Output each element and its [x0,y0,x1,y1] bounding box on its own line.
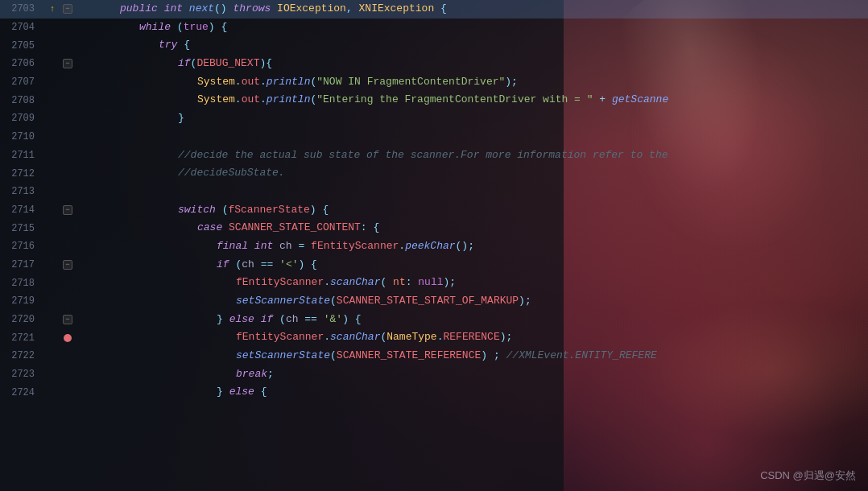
line-number: 2720 [0,314,44,325]
line-number: 2709 [0,113,44,124]
code-content: while (true) { [75,19,868,37]
fold-icon[interactable]: − [63,260,72,270]
code-content: case SCANNER_STATE_CONTENT: { [75,219,868,237]
line-number: 2714 [0,204,44,216]
code-line-2718: 2718 fEntityScanner.scanChar( nt: null); [0,274,868,292]
line-number: 2716 [0,241,44,252]
code-content: System.out.println("Entering the Fragmen… [75,91,868,109]
code-line-2716: 2716 final int ch = fEntityScanner.peekC… [0,237,868,256]
code-content: fEntityScanner.scanChar(NameType.REFEREN… [75,328,868,347]
line-number: 2715 [0,223,44,234]
code-content: } else { [75,383,868,402]
fold-column[interactable]: − [60,4,75,14]
line-number: 2712 [0,168,44,179]
code-content: switch (fScannerState) { [75,201,868,220]
code-line-2704: 2704 while (true) { [0,19,868,37]
code-line-2715: 2715 case SCANNER_STATE_CONTENT: { [0,219,868,237]
code-content: if (ch == '<') { [75,256,868,274]
line-number: 2721 [0,332,44,344]
fold-column [60,334,75,342]
line-number: 2719 [0,295,44,307]
line-number: 2717 [0,259,44,270]
code-line-2706: 2706 − if(DEBUG_NEXT){ [0,55,868,73]
code-line-2711: 2711 //decide the actual sub state of th… [0,146,868,165]
code-content: fEntityScanner.scanChar( nt: null); [75,274,868,292]
code-line-2714: 2714 − switch (fScannerState) { [0,201,868,220]
code-content: final int ch = fEntityScanner.peekChar()… [75,237,868,256]
code-line-2703: 2703 ↑ − public int next() throws IOExce… [0,0,868,19]
arrow-up-icon: ↑ [50,4,56,14]
line-number: 2704 [0,22,44,33]
code-line-2719: 2719 setScannerState(SCANNER_STATE_START… [0,292,868,311]
code-content [75,183,868,201]
fold-column[interactable]: − [60,205,75,215]
line-number: 2724 [0,387,44,398]
line-number: 2707 [0,76,44,88]
code-content: setScannerState(SCANNER_STATE_REFERENCE)… [75,347,868,365]
code-editor: 2703 ↑ − public int next() throws IOExce… [0,0,868,491]
code-line-2707: 2707 System.out.println("NOW IN Fragment… [0,73,868,92]
line-number: 2710 [0,131,44,142]
code-line-2723: 2723 break; [0,365,868,384]
line-number: 2722 [0,350,44,361]
line-number: 2708 [0,95,44,106]
code-container: 2703 ↑ − public int next() throws IOExce… [0,0,868,491]
code-line-2721: 2721 fEntityScanner.scanChar(NameType.RE… [0,328,868,347]
line-number: 2713 [0,186,44,197]
fold-icon[interactable]: − [63,4,72,14]
line-number: 2723 [0,369,44,380]
code-content [75,128,868,146]
fold-icon[interactable]: − [63,315,72,324]
code-line-2708: 2708 System.out.println("Entering the Fr… [0,91,868,109]
code-line-2717: 2717 − if (ch == '<') { [0,256,868,274]
code-content: setScannerState(SCANNER_STATE_START_OF_M… [75,292,868,311]
code-line-2710: 2710 [0,128,868,146]
code-content: break; [75,365,868,384]
code-line-2720: 2720 − } else if (ch == '&') { [0,311,868,329]
code-line-2705: 2705 try { [0,36,868,55]
code-content: if(DEBUG_NEXT){ [75,55,868,73]
fold-icon[interactable]: − [63,59,72,68]
line-number: 2705 [0,40,44,52]
code-line-2713: 2713 [0,183,868,201]
line-number: 2706 [0,58,44,69]
code-line-2722: 2722 setScannerState(SCANNER_STATE_REFER… [0,347,868,365]
breakpoint-dot [64,334,72,342]
code-content: public int next() throws IOException, XN… [75,0,868,19]
fold-column[interactable]: − [60,260,75,270]
code-content: //decide the actual sub state of the sca… [75,146,868,165]
code-content: //decideSubState. [75,164,868,183]
code-content: try { [75,36,868,55]
line-number: 2718 [0,278,44,289]
code-content: System.out.println("NOW IN FragmentConte… [75,73,868,92]
code-line-2712: 2712 //decideSubState. [0,164,868,183]
fold-column[interactable]: − [60,59,75,68]
code-line-2724: 2724 } else { [0,383,868,402]
code-content: } else if (ch == '&') { [75,311,868,329]
gutter-modified: ↑ [44,4,60,14]
fold-column[interactable]: − [60,315,75,324]
code-content: } [75,109,868,128]
line-number: 2711 [0,150,44,161]
line-number: 2703 [0,3,44,14]
code-line-2709: 2709 } [0,109,868,128]
fold-icon[interactable]: − [63,205,72,215]
watermark: CSDN @归遇@安然 [760,468,856,483]
